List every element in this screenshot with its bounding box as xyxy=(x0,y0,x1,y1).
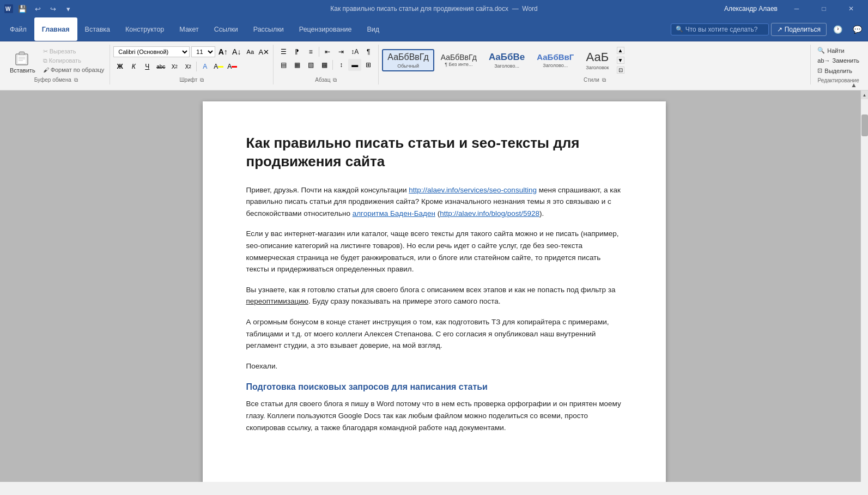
shading-button[interactable]: ▬ xyxy=(348,59,361,71)
save-qat-button[interactable]: 💾 xyxy=(16,3,28,15)
document-title-bar: Как правильно писать статьи для продвиже… xyxy=(330,5,538,13)
font-expand-icon[interactable]: ⧉ xyxy=(200,77,204,83)
customize-qat-button[interactable]: ▾ xyxy=(62,3,74,15)
superscript-button[interactable]: X2 xyxy=(181,61,195,73)
numbering-button[interactable]: ⁋ xyxy=(290,46,304,58)
cut-button[interactable]: ✂ Вырезать xyxy=(41,47,107,56)
link-seo-consulting[interactable]: http://alaev.info/services/seo-consultin… xyxy=(409,186,537,194)
svg-rect-4 xyxy=(17,55,26,64)
paste-button[interactable]: Вставить xyxy=(5,46,40,75)
link-post-5928[interactable]: http://alaev.info/blog/post/5928 xyxy=(440,209,539,218)
tab-design[interactable]: Конструктор xyxy=(118,17,172,41)
close-button[interactable]: ✕ xyxy=(839,0,864,17)
app-name: Word xyxy=(522,5,537,13)
tab-mailings[interactable]: Рассылки xyxy=(246,17,292,41)
strikethrough-button[interactable]: abc xyxy=(154,61,167,73)
text-effects-button[interactable]: A xyxy=(198,61,211,73)
align-right-button[interactable]: ▧ xyxy=(304,59,317,71)
font-size-select[interactable]: 11 xyxy=(191,46,215,57)
span-overoptimization: переоптимизацию xyxy=(246,297,308,305)
decrease-font-button[interactable]: A↓ xyxy=(230,46,242,58)
increase-font-button[interactable]: A↑ xyxy=(217,46,229,58)
select-icon: ⊡ xyxy=(817,67,822,74)
font-selector-row: Calibri (Основной) 11 A↑ A↓ Aa A✕ xyxy=(113,46,270,58)
clipboard-group-content: Вставить ✂ Вырезать ⧉ Копировать 🖌 xyxy=(5,46,106,75)
word-app-icon: W xyxy=(4,4,13,13)
borders-button[interactable]: ⊞ xyxy=(362,59,375,71)
activity-button[interactable]: 🕐 xyxy=(829,21,846,38)
document-page[interactable]: Как правильно писать статьи и seo-тексты… xyxy=(203,101,666,482)
sort-button[interactable]: ↕A xyxy=(348,46,361,58)
tab-layout[interactable]: Макет xyxy=(172,17,206,41)
font-color-button[interactable]: A xyxy=(226,61,239,73)
show-marks-button[interactable]: ¶ xyxy=(362,46,375,58)
style-no-spacing-preview: АаБбВвГд xyxy=(441,53,477,61)
align-left-button[interactable]: ▤ xyxy=(277,59,290,71)
styles-scroll-up-button[interactable]: ▲ xyxy=(617,47,624,54)
list-row: ☰ ⁋ ≡ ⇤ ⇥ ↕A ¶ xyxy=(277,46,375,58)
restore-button[interactable]: □ xyxy=(811,0,836,17)
style-no-spacing-label: ¶ Без инте... xyxy=(445,62,472,67)
justify-button[interactable]: ▩ xyxy=(318,59,331,71)
highlight-color-button[interactable]: A xyxy=(212,61,225,73)
style-heading2-preview: АаБбВвГ xyxy=(537,52,574,62)
clear-formatting-button[interactable]: A✕ xyxy=(258,46,270,58)
para-expand-icon[interactable]: ⧉ xyxy=(333,77,337,83)
format-painter-button[interactable]: 🖌 Формат по образцу xyxy=(41,66,107,74)
clipboard-group: Вставить ✂ Вырезать ⧉ Копировать 🖌 xyxy=(2,45,110,84)
clipboard-expand-icon[interactable]: ⧉ xyxy=(74,77,78,83)
change-case-button[interactable]: Aa xyxy=(244,46,256,58)
share-button[interactable]: ↗ Поделиться xyxy=(771,23,827,36)
ribbon-collapse-button[interactable]: ▲ xyxy=(848,80,859,90)
clipboard-mini-buttons: ✂ Вырезать ⧉ Копировать 🖌 Формат по обра… xyxy=(41,47,107,74)
replace-button[interactable]: ab→ Заменить xyxy=(814,56,863,65)
heading-seo-queries: Подготовка поисковых запросов для написа… xyxy=(246,381,622,394)
format-painter-icon: 🖌 xyxy=(43,67,49,73)
tab-home[interactable]: Главная xyxy=(34,17,77,41)
multilevel-list-button[interactable]: ≡ xyxy=(304,46,317,58)
styles-scroll-down-button[interactable]: ▼ xyxy=(617,57,624,64)
tab-view[interactable]: Вид xyxy=(359,17,387,41)
redo-button[interactable]: ↪ xyxy=(47,3,59,15)
underline-button[interactable]: Ч xyxy=(141,61,154,73)
styles-expand-icon[interactable]: ⧉ xyxy=(602,77,606,83)
comments-button[interactable]: 💬 xyxy=(848,21,866,38)
increase-indent-button[interactable]: ⇥ xyxy=(335,46,348,58)
minimize-button[interactable]: ─ xyxy=(784,0,809,17)
bold-button[interactable]: Ж xyxy=(113,61,126,73)
select-button[interactable]: ⊡ Выделить xyxy=(814,66,863,75)
style-heading1-preview: АаБбВе xyxy=(489,52,525,63)
tell-me-search[interactable]: 🔍 Что вы хотите сделать? xyxy=(671,23,769,35)
decrease-indent-button[interactable]: ⇤ xyxy=(321,46,334,58)
scroll-up-arrow[interactable]: ▲ xyxy=(861,90,868,99)
font-group-label: Шрифт ⧉ xyxy=(113,75,270,83)
tab-insert[interactable]: Вставка xyxy=(77,17,118,41)
styles-expand-button[interactable]: ⊡ xyxy=(617,67,624,74)
style-title[interactable]: АаБ Заголовок xyxy=(580,47,614,73)
style-heading2[interactable]: АаБбВвГ Заголово... xyxy=(531,50,579,71)
link-algorithm[interactable]: алгоритма Баден-Баден xyxy=(353,209,435,218)
scrollbar-thumb[interactable] xyxy=(861,114,868,136)
subscript-button[interactable]: X2 xyxy=(168,61,181,73)
find-button[interactable]: 🔍 Найти xyxy=(814,46,863,55)
style-no-spacing[interactable]: АаБбВвГд ¶ Без инте... xyxy=(435,51,482,70)
document-area: Как правильно писать статьи и seo-тексты… xyxy=(0,90,868,482)
style-normal[interactable]: АаБбВвГд Обычный xyxy=(382,49,434,71)
line-spacing-button[interactable]: ↕ xyxy=(335,59,348,71)
font-family-select[interactable]: Calibri (Основной) xyxy=(113,46,190,57)
tab-references[interactable]: Ссылки xyxy=(207,17,246,41)
align-center-button[interactable]: ▦ xyxy=(290,59,304,71)
style-heading1[interactable]: АаБбВе Заголово... xyxy=(483,49,530,71)
italic-button[interactable]: К xyxy=(127,61,140,73)
copy-button[interactable]: ⧉ Копировать xyxy=(41,57,107,65)
user-display-name[interactable]: Александр Алаев xyxy=(720,5,782,13)
undo-button[interactable]: ↩ xyxy=(32,3,44,15)
para-sep-1 xyxy=(319,47,319,57)
editing-buttons: 🔍 Найти ab→ Заменить ⊡ Выделить xyxy=(814,46,863,75)
tab-review[interactable]: Рецензирование xyxy=(292,17,360,41)
cut-icon: ✂ xyxy=(43,48,48,55)
tab-file[interactable]: Файл xyxy=(2,17,34,41)
window-controls: Александр Алаев ─ □ ✕ xyxy=(720,0,864,17)
bullets-button[interactable]: ☰ xyxy=(277,46,290,58)
document-filename: Как правильно писать статьи для продвиже… xyxy=(330,5,508,13)
